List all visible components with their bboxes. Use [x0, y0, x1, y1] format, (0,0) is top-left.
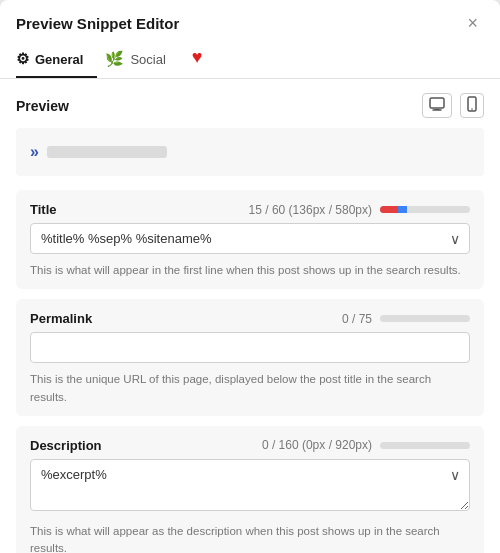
- permalink-counter-text: 0 / 75: [342, 312, 372, 326]
- title-field-label: Title: [30, 202, 57, 217]
- title-field-block: Title 15 / 60 (136px / 580px) %title% %s…: [16, 190, 484, 289]
- modal-header: Preview Snippet Editor ×: [0, 0, 500, 42]
- tab-social-label: Social: [130, 52, 165, 67]
- preview-section-header: Preview: [16, 93, 484, 118]
- preview-label: Preview: [16, 98, 69, 114]
- heart-icon[interactable]: ♥: [192, 47, 203, 74]
- preview-box: »: [16, 128, 484, 176]
- modal-content: Preview »: [0, 79, 500, 553]
- description-counter: 0 / 160 (0px / 920px): [262, 438, 470, 452]
- svg-point-4: [471, 108, 473, 110]
- modal-title: Preview Snippet Editor: [16, 15, 179, 32]
- preview-view-toggles: [422, 93, 484, 118]
- title-counter: 15 / 60 (136px / 580px): [249, 203, 470, 217]
- description-textarea[interactable]: [30, 459, 470, 511]
- mobile-icon: [467, 96, 477, 112]
- title-select-wrap: %title% %sep% %sitename% ∨: [30, 223, 470, 254]
- permalink-input[interactable]: [30, 332, 470, 363]
- permalink-field-hint: This is the unique URL of this page, dis…: [30, 371, 470, 406]
- preview-chevron-icon: »: [30, 143, 39, 161]
- desktop-icon: [429, 97, 445, 111]
- title-bar-red: [380, 206, 398, 213]
- tab-general-label: General: [35, 52, 83, 67]
- permalink-field-block: Permalink 0 / 75 This is the unique URL …: [16, 299, 484, 416]
- permalink-field-label: Permalink: [30, 311, 92, 326]
- description-field-block: Description 0 / 160 (0px / 920px) ∨ This…: [16, 426, 484, 553]
- svg-rect-0: [430, 98, 444, 108]
- title-field-header: Title 15 / 60 (136px / 580px): [30, 202, 470, 217]
- preview-url-placeholder: [47, 146, 167, 158]
- title-progress-bar: [380, 206, 470, 213]
- desktop-preview-button[interactable]: [422, 93, 452, 118]
- close-button[interactable]: ×: [461, 12, 484, 34]
- title-field-hint: This is what will appear in the first li…: [30, 262, 470, 279]
- preview-snippet-editor-modal: Preview Snippet Editor × ⚙ General 🌿 Soc…: [0, 0, 500, 553]
- description-field-header: Description 0 / 160 (0px / 920px): [30, 438, 470, 453]
- title-select[interactable]: %title% %sep% %sitename%: [30, 223, 470, 254]
- tab-general[interactable]: ⚙ General: [16, 42, 97, 78]
- description-progress-bar: [380, 442, 470, 449]
- mobile-preview-button[interactable]: [460, 93, 484, 118]
- title-bar-blue: [398, 206, 407, 213]
- title-counter-text: 15 / 60 (136px / 580px): [249, 203, 372, 217]
- social-icon: 🌿: [105, 50, 124, 68]
- permalink-counter: 0 / 75: [342, 312, 470, 326]
- description-select-wrap: ∨: [30, 459, 470, 515]
- permalink-progress-bar: [380, 315, 470, 322]
- gear-icon: ⚙: [16, 50, 29, 68]
- description-counter-text: 0 / 160 (0px / 920px): [262, 438, 372, 452]
- tab-social[interactable]: 🌿 Social: [105, 42, 179, 78]
- tab-bar: ⚙ General 🌿 Social ♥: [0, 42, 500, 79]
- description-field-hint: This is what will appear as the descript…: [30, 523, 470, 553]
- permalink-field-header: Permalink 0 / 75: [30, 311, 470, 326]
- description-field-label: Description: [30, 438, 102, 453]
